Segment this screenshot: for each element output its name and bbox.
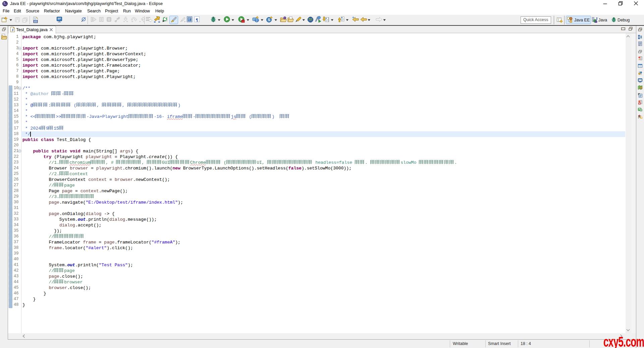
- svg-text:S: S: [268, 18, 270, 22]
- svg-text:J: J: [12, 28, 14, 32]
- svg-text:G: G: [640, 115, 642, 119]
- svg-text:J: J: [596, 17, 598, 21]
- svg-text:¶: ¶: [196, 17, 198, 22]
- svg-text:010: 010: [34, 20, 38, 23]
